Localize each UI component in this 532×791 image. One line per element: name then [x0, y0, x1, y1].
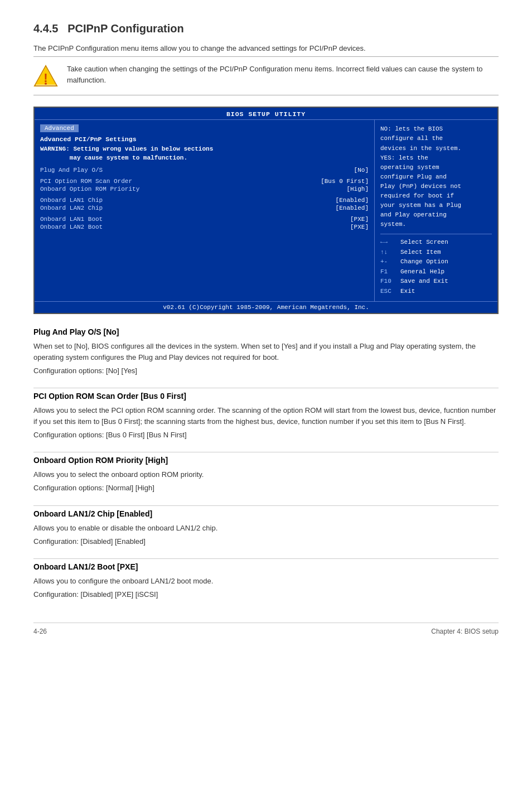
warning-text: Take caution when changing the settings …: [67, 64, 499, 86]
section-body-onboard-option-rom: Allows you to select the onboard option …: [33, 469, 499, 480]
bios-nav-f10: F10 Save and Exit: [380, 277, 492, 287]
bios-row-lan2-boot: Onboard LAN2 Boot [PXE]: [40, 224, 369, 230]
bios-warning: WARNING: Setting wrong values in below s…: [40, 145, 369, 162]
section-title-text: PCIPnP Configuration: [67, 22, 184, 35]
page-section-title: 4.4.5 PCIPnP Configuration: [33, 22, 499, 35]
section-heading-onboard-option-rom: Onboard Option ROM Priority [High]: [33, 456, 499, 465]
bios-nav-select-item: ↑↓ Select Item: [380, 248, 492, 258]
bios-tab-advanced[interactable]: Advanced: [40, 124, 79, 132]
section-body-plug-and-play: When set to [No], BIOS configures all th…: [33, 341, 499, 363]
section-config-onboard-lan-boot: Configuration: [Disabled] [PXE] [iSCSI]: [33, 589, 499, 600]
bios-row-plug-play: Plug And Play O/S [No]: [40, 167, 369, 173]
section-number: 4.4.5: [33, 22, 58, 35]
bios-right-panel: NO: lets the BIOS configure all the devi…: [375, 120, 497, 301]
section-body-pci-option-rom: Allows you to select the PCI option ROM …: [33, 405, 499, 427]
warning-box: ! Take caution when changing the setting…: [33, 56, 499, 95]
svg-point-3: [45, 83, 47, 85]
bios-footer: v02.61 (C)Copyright 1985-2009, American …: [35, 301, 497, 313]
warning-icon: !: [33, 64, 58, 88]
section-heading-onboard-lan-boot: Onboard LAN1/2 Boot [PXE]: [33, 562, 499, 571]
bios-row-lan1-chip: Onboard LAN1 Chip [Enabled]: [40, 197, 369, 204]
divider-4: [33, 558, 499, 559]
bios-section-title: Advanced PCI/PnP Settings: [40, 136, 369, 143]
section-pci-option-rom: PCI Option ROM Scan Order [Bus 0 First] …: [33, 392, 499, 441]
divider-1: [33, 388, 499, 388]
section-config-onboard-option-rom: Configuration options: [Normal] [High]: [33, 483, 499, 494]
section-onboard-lan-boot: Onboard LAN1/2 Boot [PXE] Allows you to …: [33, 562, 499, 600]
bios-body: Advanced Advanced PCI/PnP Settings WARNI…: [35, 120, 497, 301]
section-config-onboard-lan-chip: Configuration: [Disabled] [Enabled]: [33, 536, 499, 547]
bios-screen: BIOS SETUP UTILITY Advanced Advanced PCI…: [33, 107, 499, 313]
divider-3: [33, 505, 499, 506]
bios-nav-f1: F1 General Help: [380, 267, 492, 277]
bios-row-lan1-boot: Onboard LAN1 Boot [PXE]: [40, 216, 369, 223]
intro-paragraph: The PCIPnP Configuration menu items allo…: [33, 43, 499, 54]
section-config-plug-and-play: Configuration options: [No] [Yes]: [33, 365, 499, 377]
footer-chapter: Chapter 4: BIOS setup: [431, 628, 499, 635]
bios-nav-select-screen: ←→ Select Screen: [380, 238, 492, 248]
bios-row-lan2-chip: Onboard LAN2 Chip [Enabled]: [40, 205, 369, 211]
section-heading-plug-and-play: Plug And Play O/S [No]: [33, 327, 499, 336]
footer-page-number: 4-26: [33, 628, 47, 635]
bios-nav-change-option: +- Change Option: [380, 257, 492, 267]
section-body-onboard-lan-boot: Allows you to configure the onboard LAN1…: [33, 576, 499, 587]
section-heading-pci-option-rom: PCI Option ROM Scan Order [Bus 0 First]: [33, 392, 499, 401]
page-footer: 4-26 Chapter 4: BIOS setup: [33, 623, 499, 635]
bios-row-onboard-option-rom: Onboard Option ROM Priority [High]: [40, 186, 369, 192]
section-heading-onboard-lan-chip: Onboard LAN1/2 Chip [Enabled]: [33, 509, 499, 518]
bios-right-text: NO: lets the BIOS configure all the devi…: [380, 124, 492, 229]
bios-nav: ←→ Select Screen ↑↓ Select Item +- Chang…: [380, 234, 492, 297]
section-config-pci-option-rom: Configuration options: [Bus 0 First] [Bu…: [33, 430, 499, 441]
bios-left-panel: Advanced Advanced PCI/PnP Settings WARNI…: [35, 120, 375, 301]
divider-2: [33, 452, 499, 452]
bios-header-title: BIOS SETUP UTILITY: [35, 108, 497, 120]
section-plug-and-play: Plug And Play O/S [No] When set to [No],…: [33, 327, 499, 377]
bios-row-pci-option-rom: PCI Option ROM Scan Order [Bus 0 First]: [40, 178, 369, 185]
bios-nav-esc: ESC Exit: [380, 287, 492, 297]
section-onboard-option-rom: Onboard Option ROM Priority [High] Allow…: [33, 456, 499, 494]
section-body-onboard-lan-chip: Allows you to enable or disable the onbo…: [33, 523, 499, 534]
section-onboard-lan-chip: Onboard LAN1/2 Chip [Enabled] Allows you…: [33, 509, 499, 547]
